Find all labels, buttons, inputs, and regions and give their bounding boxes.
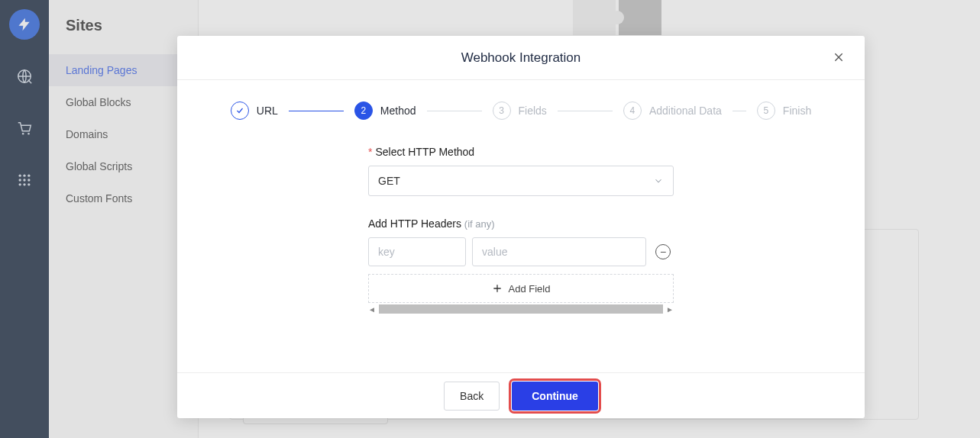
step-circle-3: 3 (493, 101, 511, 120)
step-method[interactable]: 2 Method (354, 101, 416, 120)
close-button[interactable] (833, 51, 849, 68)
step-line (289, 111, 344, 111)
step-line (558, 111, 613, 111)
step-url[interactable]: URL (231, 101, 278, 120)
form-body: *Select HTTP Method GET Add HTTP Headers… (177, 127, 865, 315)
step-circle-4: 4 (623, 101, 642, 120)
headers-label: Add HTTP Headers (if any) (368, 217, 674, 230)
header-key-input[interactable] (368, 237, 466, 266)
modal-title: Webhook Integration (461, 50, 581, 66)
add-field-label: Add Field (509, 283, 551, 295)
method-label: *Select HTTP Method (368, 146, 674, 158)
close-icon (833, 51, 845, 63)
step-circle-5: 5 (757, 101, 775, 120)
plus-icon (492, 283, 503, 294)
required-mark: * (368, 146, 372, 158)
method-label-text: Select HTTP Method (375, 146, 474, 158)
step-label-fields: Fields (519, 105, 547, 117)
step-line (427, 111, 482, 111)
modal-header: Webhook Integration (177, 36, 865, 80)
stepper: URL 2 Method 3 Fields 4 Additional Data … (177, 80, 865, 127)
method-value: GET (378, 175, 400, 187)
step-label-finish: Finish (783, 105, 811, 117)
scroll-left-icon: ◄ (368, 305, 376, 314)
header-value-input[interactable] (472, 237, 646, 266)
remove-header-button[interactable]: − (655, 244, 671, 259)
step-label-url: URL (257, 105, 278, 117)
minus-icon: − (660, 246, 666, 257)
step-circle-2: 2 (354, 101, 373, 120)
back-button[interactable]: Back (444, 382, 500, 411)
continue-button[interactable]: Continue (512, 382, 598, 411)
http-method-select[interactable]: GET (368, 166, 674, 196)
step-additional[interactable]: 4 Additional Data (623, 101, 722, 120)
scroll-right-icon: ► (666, 305, 674, 314)
check-icon (231, 101, 249, 120)
step-fields[interactable]: 3 Fields (493, 101, 547, 120)
step-finish[interactable]: 5 Finish (757, 101, 811, 120)
horizontal-scrollbar[interactable]: ◄ ► (368, 303, 674, 315)
header-row: − (368, 237, 674, 266)
modal-footer: Back Continue (177, 372, 865, 418)
chevron-down-icon (653, 176, 664, 186)
webhook-modal: Webhook Integration URL 2 Method 3 Field… (177, 36, 865, 418)
headers-label-text: Add HTTP Headers (368, 217, 464, 230)
step-line (733, 111, 746, 111)
step-label-method: Method (380, 105, 416, 117)
add-field-button[interactable]: Add Field (368, 274, 674, 303)
scroll-track (379, 304, 663, 314)
headers-hint: (if any) (464, 218, 495, 230)
step-label-additional: Additional Data (649, 105, 722, 117)
